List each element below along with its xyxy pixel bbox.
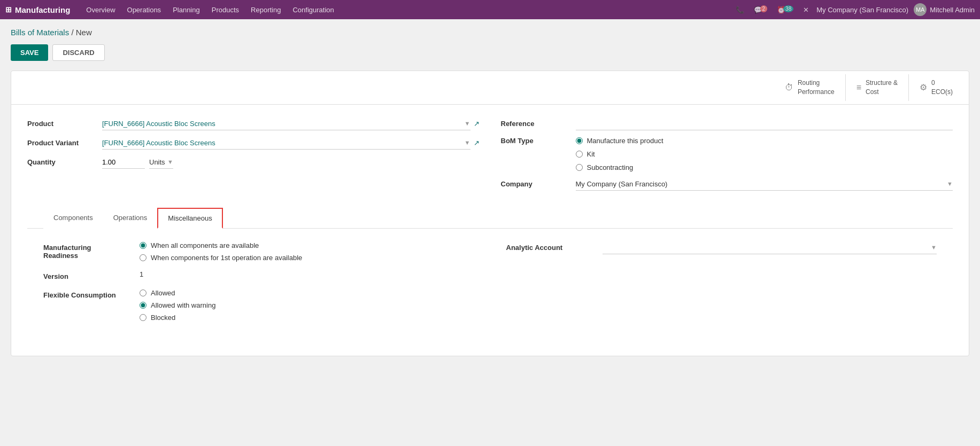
menu-planning[interactable]: Planning bbox=[167, 3, 205, 17]
save-button[interactable]: SAVE bbox=[11, 44, 48, 61]
timer-icon[interactable]: ⏰38 bbox=[775, 4, 796, 16]
consumption-option-blocked-label: Blocked bbox=[151, 314, 175, 322]
product-value: [FURN_6666] Acoustic Bloc Screens ▼ bbox=[102, 118, 470, 130]
ecos-icon: ⚙ bbox=[920, 82, 927, 92]
bom-type-field-row: BoM Type Manufacture this product Kit bbox=[501, 137, 953, 171]
grid-icon: ⊞ bbox=[5, 5, 12, 14]
bom-type-value: Manufacture this product Kit Subcontract… bbox=[576, 137, 953, 171]
readiness-option-first[interactable]: When components for 1st operation are av… bbox=[140, 254, 474, 262]
version-row: Version 1 bbox=[43, 270, 474, 280]
tab-operations[interactable]: Operations bbox=[103, 208, 158, 229]
page-content: Bills of Materials / New SAVE DISCARD ⏱ … bbox=[0, 19, 980, 365]
company-value: My Company (San Francisco) ▼ bbox=[576, 178, 953, 191]
bom-radio-subcontracting[interactable] bbox=[576, 164, 583, 171]
misc-left-col: ManufacturingReadiness When all componen… bbox=[43, 241, 474, 330]
consumption-option-warning[interactable]: Allowed with warning bbox=[140, 301, 474, 309]
topnav-right: 📞 💬2 ⏰38 ✕ My Company (San Francisco) MA… bbox=[734, 3, 975, 16]
consumption-radio-blocked[interactable] bbox=[140, 314, 146, 321]
form-main-row: Product [FURN_6666] Acoustic Bloc Screen… bbox=[27, 118, 953, 197]
main-menu: Overview Operations Planning Products Re… bbox=[81, 3, 339, 17]
bom-option-kit[interactable]: Kit bbox=[576, 150, 953, 158]
unit-select[interactable]: Units bbox=[149, 156, 165, 168]
readiness-radio-group: When all components are available When c… bbox=[140, 241, 474, 262]
version-number: 1 bbox=[140, 268, 143, 280]
menu-reporting[interactable]: Reporting bbox=[245, 3, 286, 17]
consumption-option-warning-label: Allowed with warning bbox=[151, 301, 215, 309]
bom-option-subcontracting[interactable]: Subcontracting bbox=[576, 163, 953, 171]
analytic-account-select[interactable] bbox=[603, 241, 929, 254]
reference-label: Reference bbox=[501, 120, 576, 128]
company-select[interactable]: My Company (San Francisco) bbox=[576, 178, 945, 190]
form-card: ⏱ Routing Performance ≡ Structure & Cost… bbox=[11, 71, 969, 356]
quantity-input[interactable] bbox=[102, 156, 145, 169]
app-brand[interactable]: ⊞ Manufacturing bbox=[5, 5, 70, 14]
menu-operations[interactable]: Operations bbox=[122, 3, 167, 17]
ecos-count: 0 bbox=[931, 79, 953, 88]
menu-overview[interactable]: Overview bbox=[81, 3, 120, 17]
manufacturing-readiness-row: ManufacturingReadiness When all componen… bbox=[43, 241, 474, 262]
menu-configuration[interactable]: Configuration bbox=[287, 3, 339, 17]
close-icon[interactable]: ✕ bbox=[801, 4, 811, 16]
product-variant-select[interactable]: [FURN_6666] Acoustic Bloc Screens bbox=[102, 137, 462, 149]
consumption-option-allowed-label: Allowed bbox=[151, 289, 175, 297]
company-select-wrapper: My Company (San Francisco) ▼ bbox=[576, 178, 953, 191]
breadcrumb-parent[interactable]: Bills of Materials bbox=[11, 28, 69, 37]
discard-button[interactable]: DISCARD bbox=[52, 44, 104, 61]
consumption-radio-allowed[interactable] bbox=[140, 289, 146, 296]
reference-field-row: Reference bbox=[501, 118, 953, 130]
breadcrumb: Bills of Materials / New bbox=[11, 28, 969, 37]
user-name: Mitchell Admin bbox=[930, 6, 975, 14]
bom-radio-manufacture[interactable] bbox=[576, 137, 583, 144]
flexible-consumption-row: Flexible Consumption Allowed bbox=[43, 289, 474, 322]
breadcrumb-current: New bbox=[76, 28, 92, 37]
consumption-option-allowed[interactable]: Allowed bbox=[140, 289, 474, 297]
company-name: My Company (San Francisco) bbox=[816, 6, 908, 14]
analytic-account-label: Analytic Account bbox=[506, 241, 603, 252]
consumption-value: Allowed Allowed with warning Blocked bbox=[140, 289, 474, 322]
readiness-option-all-label: When all components are available bbox=[151, 241, 259, 249]
readiness-radio-all[interactable] bbox=[140, 242, 146, 249]
tab-components[interactable]: Components bbox=[43, 208, 103, 229]
quantity-field-row: Quantity Units ▼ bbox=[27, 156, 480, 169]
product-variant-label: Product Variant bbox=[27, 139, 102, 147]
reference-input[interactable] bbox=[576, 118, 953, 130]
bom-radio-kit[interactable] bbox=[576, 151, 583, 158]
misc-right-col: Analytic Account ▼ bbox=[506, 241, 937, 330]
unit-select-wrapper: Units ▼ bbox=[149, 156, 173, 169]
bom-option-manufacture-label: Manufacture this product bbox=[587, 137, 663, 145]
smart-buttons-row: ⏱ Routing Performance ≡ Structure & Cost… bbox=[11, 71, 969, 105]
version-value: 1 bbox=[140, 270, 474, 278]
readiness-radio-first[interactable] bbox=[140, 254, 146, 261]
product-select[interactable]: [FURN_6666] Acoustic Bloc Screens bbox=[102, 118, 462, 130]
user-info[interactable]: MA Mitchell Admin bbox=[914, 3, 975, 16]
structure-cost-button[interactable]: ≡ Structure & Cost bbox=[845, 74, 908, 101]
bom-option-manufacture[interactable]: Manufacture this product bbox=[576, 137, 953, 145]
form-left: Product [FURN_6666] Acoustic Bloc Screen… bbox=[27, 118, 480, 197]
menu-products[interactable]: Products bbox=[206, 3, 244, 17]
variant-select-wrapper: [FURN_6666] Acoustic Bloc Screens ▼ bbox=[102, 137, 470, 150]
analytic-account-row: Analytic Account ▼ bbox=[506, 241, 937, 254]
reference-value bbox=[576, 118, 953, 130]
variant-external-link-icon[interactable]: ↗ bbox=[474, 139, 480, 147]
product-external-link-icon[interactable]: ↗ bbox=[474, 120, 480, 128]
consumption-radio-warning[interactable] bbox=[140, 302, 146, 309]
structure-label-line1: Structure & bbox=[866, 79, 898, 88]
readiness-option-all[interactable]: When all components are available bbox=[140, 241, 474, 249]
tab-miscellaneous[interactable]: Miscellaneous bbox=[157, 208, 222, 229]
routing-icon: ⏱ bbox=[785, 83, 793, 92]
phone-icon[interactable]: 📞 bbox=[734, 4, 746, 16]
ecos-button[interactable]: ⚙ 0 ECO(s) bbox=[908, 74, 963, 101]
product-variant-field-row: Product Variant [FURN_6666] Acoustic Blo… bbox=[27, 137, 480, 150]
chat-icon[interactable]: 💬2 bbox=[752, 4, 770, 16]
timer-badge: 38 bbox=[783, 5, 793, 12]
routing-label-line2: Performance bbox=[798, 88, 835, 97]
avatar: MA bbox=[914, 3, 927, 16]
company-field-row: Company My Company (San Francisco) ▼ bbox=[501, 178, 953, 191]
consumption-radio-group: Allowed Allowed with warning Blocked bbox=[140, 289, 474, 322]
routing-performance-button[interactable]: ⏱ Routing Performance bbox=[774, 74, 845, 101]
consumption-option-blocked[interactable]: Blocked bbox=[140, 314, 474, 322]
variant-dropdown-icon: ▼ bbox=[465, 139, 470, 146]
quantity-row: Units ▼ bbox=[102, 156, 480, 169]
structure-icon: ≡ bbox=[856, 83, 861, 92]
quantity-value: Units ▼ bbox=[102, 156, 480, 169]
